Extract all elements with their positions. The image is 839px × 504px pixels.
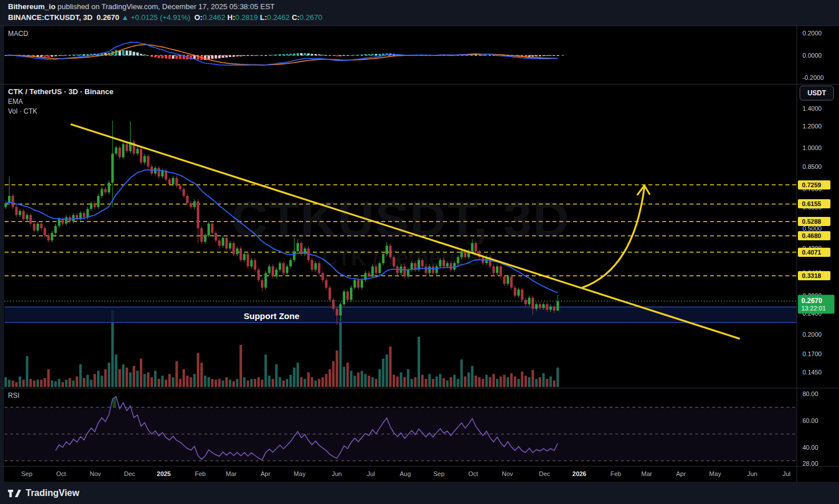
ema-legend[interactable]: EMA [8,98,23,106]
macd-axis-label: -0.2000 [802,74,824,81]
time-axis-label: Apr [676,470,685,477]
time-axis-label: Jun [332,470,342,477]
macd-pane [5,42,564,65]
time-axis-label: Jun [747,470,757,477]
descending-trendline-drawing[interactable] [71,124,739,338]
time-axis-label: Feb [195,470,206,477]
tradingview-published-chart: Bithereum_io published on TradingView.co… [0,0,839,504]
rsi-axis-label: 28.00 [802,460,818,467]
price-axis-label: 0.1700 [802,350,822,357]
price-axis-label: 0.2000 [802,331,822,338]
time-axis-label: 2026 [572,470,586,477]
tradingview-brand-text: TradingView [26,488,79,498]
tradingview-logo[interactable]: TradingView [8,488,79,498]
yellow-price-chip: 0.6155 [798,199,830,208]
symbol-legend[interactable]: CTK / TetherUS · 3D · Binance [8,87,114,96]
footer-bar: TradingView [0,482,839,504]
time-axis-label: Dec [539,470,550,477]
price-axis-label: 1.0000 [802,144,822,151]
macd-legend[interactable]: MACD [8,30,28,38]
tradingview-logo-icon [8,489,22,498]
time-axis-label: Dec [124,470,135,477]
time-axis-label: Mar [642,470,652,477]
time-axis-label: Jul [367,470,375,477]
chart-canvas[interactable] [0,0,839,504]
currency-toggle-button[interactable]: USDT [800,86,834,100]
ema-line[interactable] [6,170,558,292]
macd-axis-label: 0.2000 [802,30,822,37]
current-price-chip: 0.2670 13:22:01 [798,295,834,314]
yellow-price-chip: 0.7259 [798,180,830,189]
time-axis-label: Jul [782,470,790,477]
bar-countdown: 13:22:01 [801,305,834,312]
price-axis-label: 1.2000 [802,123,822,130]
time-axis-label: Oct [468,470,478,477]
candlestick-series [5,120,559,324]
yellow-price-chip: 0.5288 [798,217,830,226]
rsi-legend[interactable]: RSI [8,392,19,400]
time-axis-label: Oct [56,470,66,477]
time-axis-label: May [294,470,306,477]
price-axis-label: 1.4000 [802,105,822,112]
breakout-arrow-drawing[interactable] [582,186,650,288]
time-axis-label: 2025 [157,470,171,477]
yellow-price-chip: 0.4071 [798,248,830,257]
time-axis-label: May [709,470,721,477]
time-axis-label: Aug [400,470,411,477]
volume-legend[interactable]: Vol · CTK [8,107,37,115]
time-axis-label: Nov [90,470,101,477]
price-axis-label: 0.1450 [802,369,822,376]
support-zone-drawing[interactable] [5,307,797,322]
macd-axis-label: 0.0000 [802,52,822,59]
time-axis-label: Sep [21,470,33,477]
macd-line[interactable] [6,42,558,65]
rsi-axis-label: 40.00 [802,444,818,451]
rsi-axis-label: 60.00 [802,417,818,424]
current-price-value: 0.2670 [801,297,834,305]
time-axis-label: Nov [502,470,513,477]
time-axis-label: Sep [433,470,445,477]
price-axis-label: 0.8500 [802,163,822,170]
rsi-axis-label: 80.00 [802,390,818,397]
support-zone-label[interactable]: Support Zone [240,310,304,322]
time-axis-label: Feb [611,470,622,477]
yellow-price-chip: 0.3318 [798,271,830,280]
time-axis-label: Mar [226,470,237,477]
yellow-price-chip: 0.4680 [798,231,830,240]
time-axis-label: Apr [260,470,270,477]
rsi-pane [5,397,797,461]
